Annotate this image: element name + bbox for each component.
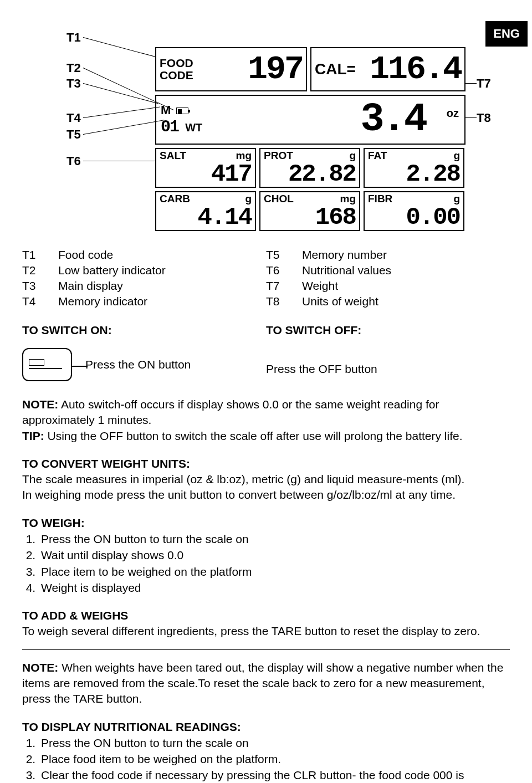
fibr-cell: FIBRg 0.00 (364, 191, 464, 231)
prot-value: 22.82 (264, 162, 356, 186)
food-code-value: 197 (193, 53, 303, 86)
chol-label: CHOL (264, 193, 294, 205)
callout-t3: T3 (66, 76, 81, 91)
legend-desc: Units of weight (302, 295, 378, 308)
battery-icon (176, 108, 188, 114)
convert-line1: The scale measures in imperial (oz & lb:… (22, 473, 464, 485)
callout-t5: T5 (66, 127, 81, 142)
switch-on-heading: TO SWITCH ON: (22, 324, 266, 337)
tip-text: Using the OFF button to switch the scale… (44, 429, 463, 442)
weigh-step: Place item to be weighed on the platform (39, 564, 510, 580)
addweighs-heading: TO ADD & WEIGHS (22, 609, 510, 622)
prot-cell: PROTg 22.82 (259, 148, 360, 188)
weight-value: 3.4 (360, 97, 426, 142)
fibr-value: 0.00 (368, 205, 460, 229)
weigh-heading: TO WEIGH: (22, 516, 510, 530)
callout-t6: T6 (66, 154, 81, 168)
fat-cell: FATg 2.28 (364, 148, 464, 188)
convert-heading: TO CONVERT WEIGHT UNITS: (22, 457, 510, 470)
carb-cell: CARBg 4.14 (155, 191, 256, 231)
food-code-label: FOOD CODE (160, 57, 193, 81)
nutritional-heading: TO DISPLAY NUTRITIONAL READINGS: (22, 720, 510, 734)
nutritional-step: Press the ON button to turn the scale on (39, 735, 510, 751)
nutritional-steps: Press the ON button to turn the scale on… (22, 735, 510, 783)
carb-value: 4.14 (160, 205, 252, 229)
calories-label: CAL= (315, 60, 356, 78)
convert-line2: In weighing mode press the unit button t… (22, 488, 456, 501)
calories-cell: CAL= 116.4 (310, 47, 466, 91)
chol-value: 168 (264, 205, 356, 229)
nutritional-step: Place food item to be weighed on the pla… (39, 751, 510, 767)
switch-section: TO SWITCH ON: Press the ON button TO SWI… (22, 324, 510, 381)
legend-key: T2 (22, 264, 58, 277)
chol-cell: CHOLmg 168 (259, 191, 360, 231)
legend-key: T3 (22, 279, 58, 293)
addweighs-note-label: NOTE: (22, 661, 58, 674)
weigh-step: Weight is displayed (39, 580, 510, 596)
callout-t1: T1 (66, 30, 81, 45)
calories-value: 116.4 (356, 53, 461, 86)
legend-key: T1 (22, 248, 58, 262)
nutritional-step: Clear the food code if necessary by pres… (39, 767, 510, 783)
press-off-text: Press the OFF button (266, 362, 377, 376)
legend-desc: Low battery indicator (58, 264, 166, 277)
addweighs-note-text: When weights have been tared out, the di… (22, 661, 503, 705)
fat-value: 2.28 (368, 162, 460, 186)
main-weight-cell: M 01 WT 3.4 oz (155, 95, 466, 145)
legend-key: T8 (266, 295, 302, 308)
device-icon (22, 348, 72, 381)
divider (22, 649, 510, 650)
food-code-cell: FOOD CODE 197 (155, 47, 307, 91)
wt-label: WT (185, 121, 202, 134)
fibr-label: FIBR (368, 193, 392, 205)
legend-desc: Memory indicator (58, 295, 147, 308)
manual-page: ENG T1 T2 T3 T4 T5 T6 T7 T8 FOOD CODE 19… (0, 17, 532, 783)
callout-legend: T1Food code T2Low battery indicator T3Ma… (22, 248, 510, 310)
lcd-diagram: T1 T2 T3 T4 T5 T6 T7 T8 FOOD CODE 197 CA (22, 17, 510, 238)
weigh-step: Wait until display shows 0.0 (39, 547, 510, 563)
callout-t2: T2 (66, 61, 81, 75)
note-label: NOTE: (22, 398, 58, 411)
tip-label: TIP: (22, 429, 44, 442)
fat-label: FAT (368, 150, 387, 162)
legend-key: T5 (266, 248, 302, 262)
addweighs-text: To weigh several different ingredients, … (22, 623, 510, 639)
salt-value: 417 (160, 162, 252, 186)
legend-desc: Memory number (302, 248, 387, 262)
memory-indicator: M (161, 103, 171, 117)
legend-desc: Weight (302, 279, 338, 293)
legend-desc: Food code (58, 248, 113, 262)
weigh-step: Press the ON button to turn the scale on (39, 531, 510, 547)
switch-off-heading: TO SWITCH OFF: (266, 324, 510, 337)
legend-key: T6 (266, 264, 302, 277)
carb-label: CARB (160, 193, 190, 205)
weight-unit: oz (447, 107, 459, 120)
salt-label: SALT (160, 150, 186, 162)
callout-t8: T8 (477, 111, 491, 125)
note-section: NOTE: Auto switch-off occurs if display … (22, 397, 510, 444)
legend-key: T4 (22, 295, 58, 308)
legend-desc: Main display (58, 279, 123, 293)
legend-key: T7 (266, 279, 302, 293)
note-text: Auto switch-off occurs if display shows … (22, 398, 439, 426)
legend-desc: Nutritional values (302, 264, 391, 277)
callout-t7: T7 (477, 76, 491, 91)
press-on-text: Press the ON button (85, 358, 191, 371)
callout-t4: T4 (66, 111, 81, 125)
memory-number: 01 (161, 117, 178, 136)
weigh-steps: Press the ON button to turn the scale on… (22, 531, 510, 596)
salt-cell: SALTmg 417 (155, 148, 256, 188)
lcd-screen: FOOD CODE 197 CAL= 116.4 M 01 W (155, 47, 466, 231)
